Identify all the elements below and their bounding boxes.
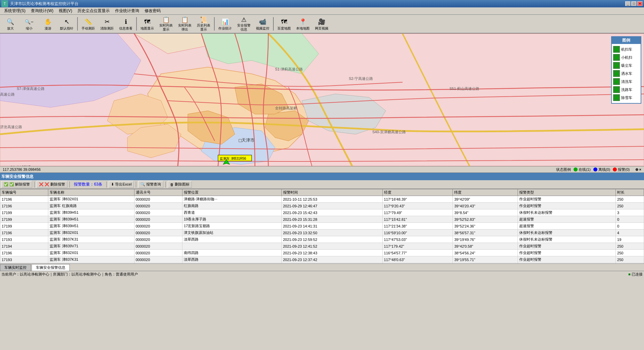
- maximize-button[interactable]: □: [631, 1, 637, 6]
- delete-alert-button[interactable]: ❌ ❌ 删除报警: [37, 181, 67, 188]
- offline-dot: [593, 167, 597, 171]
- table-cell-10-7: 作业超时报警: [518, 263, 615, 264]
- status-right: 状态图例 在线(1) 离线(0) 报警(0) ⊕ ×: [556, 167, 641, 172]
- tool-default-pointer[interactable]: ↖ 默认指针: [58, 15, 76, 32]
- tool-work-stats[interactable]: 📊 作业统计: [216, 15, 234, 32]
- close-button[interactable]: ✕: [637, 1, 643, 6]
- list-icon: 📋: [161, 16, 171, 23]
- tool-measure[interactable]: 📏 手动测距: [79, 15, 97, 32]
- table-cell-3-7: 超速报警: [518, 216, 615, 223]
- table-row[interactable]: 17196监测车 津832X010000020南纬四路2021-09-23 12…: [0, 250, 644, 256]
- table-cell-9-5: 117°48'0.63": [382, 256, 453, 263]
- alert-table-body: 17196监测车 津832X010000020津糖路·津糖路街咖···2021-…: [0, 196, 644, 264]
- table-row[interactable]: 17196监测车 红旗南路0000020红旗南路2021-09-29 12:46…: [0, 203, 644, 209]
- window-controls[interactable]: _ □ ✕: [625, 1, 643, 6]
- table-row[interactable]: 17193监测车 津837K310000020淡翠西路2021-09-23 12…: [0, 256, 644, 263]
- tool-zoom-in[interactable]: 🔍 放大: [1, 15, 19, 32]
- tb-sep-3: [106, 182, 107, 188]
- table-cell-10-8: 250: [616, 263, 644, 264]
- table-cell-10-2: 0000020: [134, 263, 182, 264]
- svg-marker-5: [302, 94, 386, 134]
- tool-history-list[interactable]: 📜 历史列表显示: [195, 15, 213, 32]
- menu-system[interactable]: 系统管理(S): [1, 7, 28, 14]
- export-label: 导出Excel: [115, 182, 131, 187]
- tool-clear-measure-label: 清除测距: [100, 27, 114, 31]
- menu-change-pwd[interactable]: 修改密码: [142, 7, 163, 14]
- legend-label-5: 洗路车: [621, 87, 632, 92]
- table-cell-8-6: 38°54'56.24": [453, 250, 518, 256]
- table-cell-6-8: 19: [616, 236, 644, 243]
- legend-icon-4: [613, 78, 620, 85]
- table-cell-5-8: 4: [616, 230, 644, 236]
- tool-local-map[interactable]: 📍 本地地图: [294, 15, 312, 32]
- tool-info[interactable]: ℹ 信息查看: [117, 15, 135, 32]
- menu-bar: 系统管理(S) 查询统计(W) 视图(V) 历史尘点位置显示 作业统计查询 修改…: [0, 7, 644, 15]
- tb-sep-2: [69, 182, 70, 188]
- menu-view[interactable]: 视图(V): [56, 7, 75, 14]
- resolve-alert-button[interactable]: ✅ ✅ 解除报警: [1, 181, 32, 188]
- tool-realtime-list[interactable]: 📋 实时列表显示: [157, 15, 175, 32]
- table-row[interactable]: 17196监测车 津832X010000020津糖路·津糖路街咖···2021-…: [0, 196, 644, 203]
- tool-baidu-map[interactable]: 🗺 百度地图: [275, 15, 293, 32]
- table-row[interactable]: 17193监测车 津837K310000020淡翠西路2021-09-23 12…: [0, 236, 644, 243]
- col-latitude: 纬度: [453, 189, 518, 196]
- map-container[interactable]: 天津市 滨东区 S1-津蓟高速公路 S2-宁高速公路 S7-津保高速公路 S51…: [0, 34, 644, 166]
- tool-pan[interactable]: ✋ 漫游: [39, 15, 57, 32]
- tool-clear-measure[interactable]: ✂ 清除测距: [98, 15, 116, 32]
- table-cell-8-2: 0000020: [134, 250, 182, 256]
- label-tianjin: 天津市: [241, 138, 255, 143]
- legend-item-5: 洗路车: [613, 86, 639, 94]
- table-cell-7-3: [182, 243, 281, 250]
- svg-text:S51-蓟山高速公路: S51-蓟山高速公路: [449, 87, 479, 91]
- menu-work-stats[interactable]: 作业统计查询: [112, 7, 142, 14]
- alert-query-button[interactable]: 🔍 报警查询: [138, 181, 163, 188]
- tool-safety-label: 安全报警信息: [236, 23, 252, 32]
- svg-rect-28: [239, 139, 241, 142]
- title-bar: T 天津市以亮论净检测考核监控统计平台 _ □ ✕: [0, 0, 644, 7]
- table-cell-1-8: 250: [616, 203, 644, 209]
- tab-safety-alert[interactable]: 车辆安全报警信息: [32, 264, 70, 271]
- alert-table-container[interactable]: 车辆编号 车辆名称 通讯卡号 报警位置 报警时间 经度 纬度 报警类型 时长 1…: [0, 189, 644, 263]
- del-icon: 🗑: [170, 183, 174, 187]
- table-cell-2-2: 0000020: [134, 209, 182, 216]
- table-cell-9-2: 0000020: [134, 256, 182, 263]
- table-cell-1-1: 监测车 红旗南路: [48, 203, 134, 209]
- tool-safety-alert[interactable]: ⚠ 安全报警信息: [235, 15, 253, 32]
- svg-marker-31: [223, 159, 230, 164]
- svg-marker-7: [188, 111, 235, 144]
- table-row[interactable]: 17194监测车 津839V7100000202021-09-23 12:41:…: [0, 243, 644, 250]
- table-cell-5-5: 116°59'10.00": [382, 230, 453, 236]
- table-cell-9-4: 2021-09-23 12:37:42: [281, 256, 382, 263]
- tool-web-video[interactable]: 🎥 网页视频: [313, 15, 331, 32]
- table-row[interactable]: 17199监测车 津839H51000002017宏新路宝都路2021-09-2…: [0, 223, 644, 230]
- minimize-button[interactable]: _: [625, 1, 631, 6]
- tool-video[interactable]: 📹 视频监控: [254, 15, 272, 32]
- tool-map-display[interactable]: 🗺 地图显示: [138, 15, 156, 32]
- tool-realtime-popup[interactable]: 📋 实时列表弹出: [176, 15, 194, 32]
- table-cell-4-8: 0: [616, 223, 644, 230]
- status-offline: 离线(0): [593, 167, 610, 172]
- svg-text:高速公路: 高速公路: [0, 92, 15, 96]
- table-row[interactable]: 17199监测车 津839H510000020康平路滑消省查饭店2021-09-…: [0, 263, 644, 264]
- legend-label-4: 清洗车: [621, 79, 632, 84]
- table-cell-0-7: 作业超时报警: [518, 196, 615, 203]
- legend-icon-0: [613, 46, 620, 53]
- table-cell-1-6: 39°40'20.43": [453, 203, 518, 209]
- table-cell-10-0: 17199: [0, 263, 48, 264]
- tab-realtime-monitor[interactable]: 车辆实时监控: [0, 264, 31, 271]
- count-value: 63条: [94, 182, 102, 187]
- offline-label: 离线(0): [598, 167, 610, 172]
- delete-icon-button[interactable]: 🗑 删除图标: [168, 181, 192, 188]
- menu-dust-history[interactable]: 历史尘点位置显示: [75, 7, 112, 14]
- tool-zoom-out[interactable]: 🔍− 缩小: [20, 15, 38, 32]
- menu-query[interactable]: 查询统计(W): [28, 7, 56, 14]
- export-excel-button[interactable]: ⬇ 导出Excel: [109, 181, 134, 188]
- table-cell-3-1: 监测车 津839H51: [48, 216, 134, 223]
- pan-icon: ✋: [43, 17, 53, 27]
- table-row[interactable]: 17199监测车 津839H51000002019香永厚子路2021-09-23…: [0, 216, 644, 223]
- table-row[interactable]: 17196监测车 津832X010000020津文铁旗源加油站2021-09-2…: [0, 230, 644, 236]
- table-row[interactable]: 17199监测车 津839H510000020西青道2021-09-23 15:…: [0, 209, 644, 216]
- svg-rect-29: [218, 155, 252, 161]
- panel-pin[interactable]: ⊕ ×: [635, 167, 641, 172]
- connection-status: ■ 已连接: [628, 272, 643, 277]
